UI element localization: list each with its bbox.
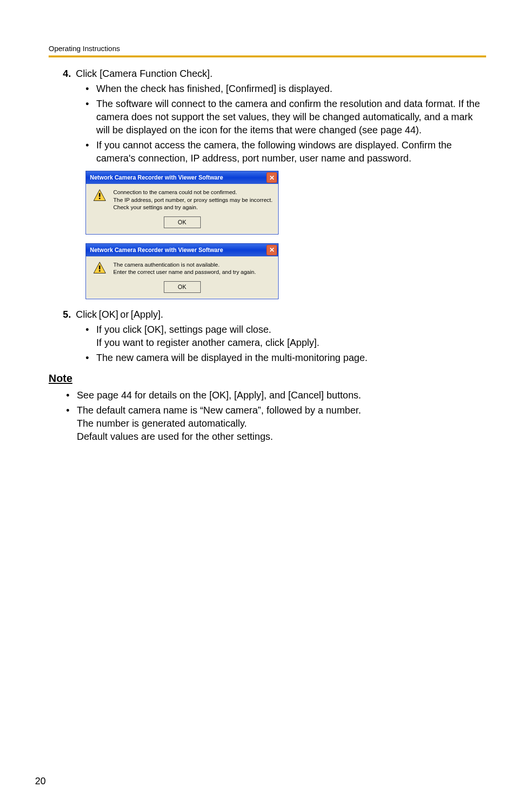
bullet-dot-icon: • [66,389,77,402]
note-heading: Note [49,371,486,386]
step-4: 4. Click [Camera Function Check]. [49,67,486,80]
bullet-text: The software will connect to the camera … [96,97,486,137]
note-bullets: • See page 44 for details on the [OK], [… [49,389,486,443]
ok-button[interactable]: OK [164,217,201,228]
dialog-titlebar: Network Camera Recorder with Viewer Soft… [86,171,278,184]
dialog-title: Network Camera Recorder with Viewer Soft… [90,246,266,254]
bullet-text: If you cannot access the camera, the fol… [96,139,486,165]
dialog-actions: OK [86,278,278,299]
bullet: • The new camera will be displayed in th… [86,351,486,364]
close-icon[interactable]: ✕ [266,172,277,183]
bullet: • The default camera name is “New camera… [66,404,486,443]
svg-rect-5 [99,270,101,271]
bullet-dot-icon: • [66,404,77,443]
step-5-bullets: • If you click [OK], settings page will … [49,323,486,364]
dialog-titlebar: Network Camera Recorder with Viewer Soft… [86,244,278,256]
svg-rect-1 [99,193,101,197]
bullet: • When the check has finished, [Confirme… [86,82,486,95]
step-4-bullets: • When the check has finished, [Confirme… [49,82,486,165]
dialog-body: Connection to the camera could not be co… [86,184,278,214]
dialog-connection-error: Network Camera Recorder with Viewer Soft… [86,171,279,235]
bullet-text: See page 44 for details on the [OK], [Ap… [77,389,486,402]
close-icon[interactable]: ✕ [266,245,277,255]
bullet-text: If you click [OK], settings page will cl… [96,323,486,349]
bullet: • The software will connect to the camer… [86,97,486,137]
dialog-message: The camera authentication is not availab… [113,261,256,276]
bullet-text: The new camera will be displayed in the … [96,351,486,364]
dialog-title: Network Camera Recorder with Viewer Soft… [90,174,266,181]
header-rule [49,55,486,57]
bullet: • If you cannot access the camera, the f… [86,139,486,165]
bullet: • See page 44 for details on the [OK], [… [66,389,486,402]
bullet-dot-icon: • [86,351,96,364]
header-label: Operating Instructions [49,44,486,54]
warning-icon [93,261,106,275]
dialog-message: Connection to the camera could not be co… [113,189,273,212]
dialog-line: The IP address, port number, or proxy se… [113,197,273,204]
page: Operating Instructions 4. Click [Camera … [0,0,525,812]
svg-rect-4 [99,266,101,270]
step-text: Click [OK] or [Apply]. [76,308,486,321]
ok-button[interactable]: OK [164,281,201,293]
svg-rect-2 [99,198,101,199]
bullet-dot-icon: • [86,97,96,137]
step-5: 5. Click [OK] or [Apply]. [49,308,486,321]
warning-icon [93,189,106,202]
bullet-dot-icon: • [86,82,96,95]
step-text: Click [Camera Function Check]. [76,67,486,80]
dialog-line: Enter the correct user name and password… [113,269,256,276]
dialog-screenshots: Network Camera Recorder with Viewer Soft… [86,171,486,299]
dialog-actions: OK [86,214,278,234]
dialog-body: The camera authentication is not availab… [86,256,278,278]
dialog-auth-error: Network Camera Recorder with Viewer Soft… [86,243,279,299]
step-number: 4. [49,67,76,80]
page-number: 20 [35,775,46,788]
bullet-text: When the check has finished, [Confirmed]… [96,82,486,95]
bullet-dot-icon: • [86,139,96,165]
dialog-line: Connection to the camera could not be co… [113,189,273,197]
bullet-dot-icon: • [86,323,96,349]
step-number: 5. [49,308,76,321]
dialog-line: Check your settings and try again. [113,204,273,212]
bullet-text: The default camera name is “New camera”,… [77,404,486,443]
dialog-line: The camera authentication is not availab… [113,261,256,269]
bullet: • If you click [OK], settings page will … [86,323,486,349]
